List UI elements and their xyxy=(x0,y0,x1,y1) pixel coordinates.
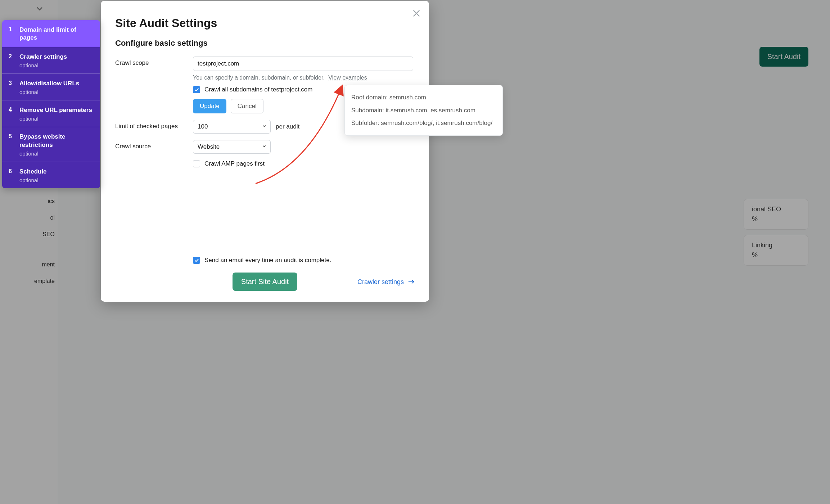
step-remove-url-params[interactable]: 4 Remove URL parameters optional xyxy=(2,100,100,127)
step-label: Allow/disallow URLs xyxy=(19,80,94,87)
step-allow-disallow[interactable]: 3 Allow/disallow URLs optional xyxy=(2,74,100,100)
crawl-amp-first-label: Crawl AMP pages first xyxy=(204,160,265,167)
limit-checked-pages-label: Limit of checked pages xyxy=(115,120,193,130)
view-examples-link[interactable]: View examples xyxy=(328,75,367,81)
modal-footer: Send an email every time an audit is com… xyxy=(101,257,429,302)
settings-steps-nav: 1 Domain and limit of pages 2 Crawler se… xyxy=(2,20,100,188)
crawl-scope-label: Crawl scope xyxy=(115,57,193,67)
crawl-scope-input[interactable] xyxy=(193,57,413,71)
step-optional: optional xyxy=(19,89,94,95)
step-label: Remove URL parameters xyxy=(19,106,94,114)
step-bypass-restrictions[interactable]: 5 Bypass website restrictions optional xyxy=(2,127,100,162)
tooltip-line: Subdomain: it.semrush.com, es.semrush.co… xyxy=(351,104,496,117)
step-optional: optional xyxy=(19,116,94,122)
step-optional: optional xyxy=(19,62,94,68)
arrow-right-icon xyxy=(408,279,415,284)
view-examples-tooltip: Root domain: semrush.com Subdomain: it.s… xyxy=(344,85,503,136)
chevron-down-icon xyxy=(262,143,267,150)
start-site-audit-button[interactable]: Start Site Audit xyxy=(233,273,297,291)
email-on-complete-checkbox[interactable] xyxy=(193,257,200,264)
chevron-down-icon xyxy=(262,123,267,130)
crawl-amp-first-checkbox[interactable] xyxy=(193,160,200,167)
step-optional: optional xyxy=(19,150,94,157)
step-schedule[interactable]: 6 Schedule optional xyxy=(2,162,100,188)
crawl-all-subdomains-label: Crawl all subdomains of testproject.com xyxy=(204,86,312,93)
step-domain-limit[interactable]: 1 Domain and limit of pages xyxy=(2,20,100,47)
crawler-settings-next-link[interactable]: Crawler settings xyxy=(357,278,415,285)
email-on-complete-label: Send an email every time an audit is com… xyxy=(204,257,331,264)
step-label: Bypass website restrictions xyxy=(19,133,94,149)
cancel-button[interactable]: Cancel xyxy=(231,99,263,113)
step-crawler-settings[interactable]: 2 Crawler settings optional xyxy=(2,47,100,74)
step-label: Schedule xyxy=(19,168,94,176)
tooltip-line: Root domain: semrush.com xyxy=(351,91,496,104)
close-icon[interactable] xyxy=(412,9,421,18)
tooltip-line: Subfolder: semrush.com/blog/, it.semrush… xyxy=(351,117,496,130)
modal-title: Site Audit Settings xyxy=(115,17,415,30)
crawl-source-select[interactable]: Website xyxy=(193,140,271,154)
step-label: Crawler settings xyxy=(19,53,94,61)
crawl-source-label: Crawl source xyxy=(115,140,193,150)
site-audit-settings-modal: Site Audit Settings Configure basic sett… xyxy=(101,1,429,302)
limit-checked-pages-select[interactable]: 100 xyxy=(193,120,271,134)
modal-subtitle: Configure basic settings xyxy=(115,39,415,48)
update-button[interactable]: Update xyxy=(193,99,226,113)
step-optional: optional xyxy=(19,177,94,183)
step-label: Domain and limit of pages xyxy=(19,26,94,42)
crawl-scope-hint: You can specify a domain, subdomain, or … xyxy=(193,75,415,81)
per-audit-label: per audit xyxy=(276,123,299,130)
crawl-all-subdomains-checkbox[interactable] xyxy=(193,86,200,93)
